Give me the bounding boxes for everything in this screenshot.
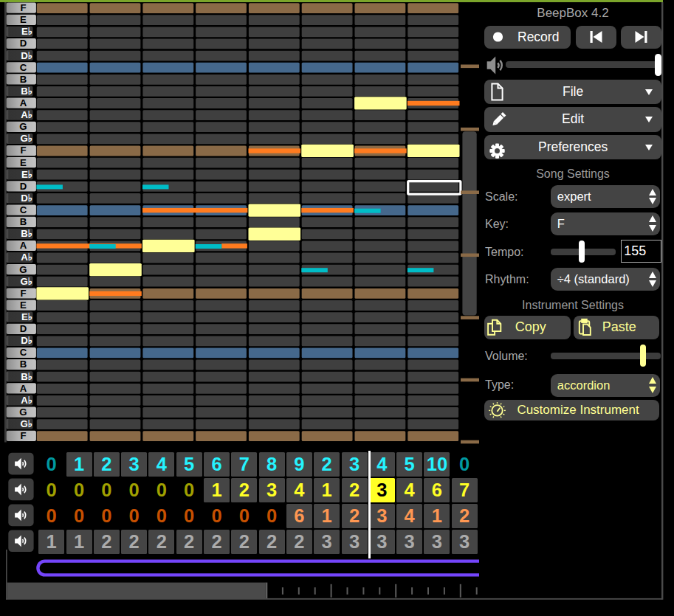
svg-text:D♭: D♭	[21, 193, 32, 204]
svg-text:G♭: G♭	[21, 133, 32, 144]
svg-text:E: E	[20, 157, 27, 168]
svg-text:B♭: B♭	[21, 371, 32, 382]
svg-text:G♭: G♭	[21, 276, 32, 287]
svg-text:F: F	[20, 2, 26, 13]
svg-text:B♭: B♭	[21, 86, 32, 97]
svg-text:A♭: A♭	[21, 109, 32, 120]
svg-text:D♭: D♭	[21, 50, 32, 61]
svg-text:E♭: E♭	[21, 311, 32, 322]
svg-text:A♭: A♭	[21, 395, 32, 406]
svg-text:B: B	[20, 359, 27, 370]
svg-text:E♭: E♭	[21, 26, 32, 37]
svg-text:A: A	[20, 97, 27, 108]
svg-text:G: G	[19, 406, 27, 418]
svg-text:D♭: D♭	[21, 335, 32, 346]
svg-text:F: F	[20, 145, 26, 156]
svg-text:E♭: E♭	[21, 169, 32, 180]
svg-text:A: A	[20, 240, 27, 251]
svg-text:D: D	[20, 38, 27, 49]
svg-text:G♭: G♭	[21, 418, 32, 429]
svg-text:Record: Record	[517, 30, 559, 44]
svg-text:C: C	[20, 62, 27, 73]
svg-text:C: C	[20, 347, 27, 358]
svg-text:A♭: A♭	[21, 252, 32, 263]
svg-text:G: G	[19, 264, 27, 275]
svg-text:F: F	[20, 288, 26, 299]
svg-text:D: D	[20, 181, 27, 192]
svg-text:A: A	[20, 383, 27, 394]
svg-text:G: G	[19, 121, 27, 132]
svg-text:B: B	[20, 216, 27, 227]
svg-text:B: B	[20, 74, 27, 85]
svg-text:D: D	[20, 323, 27, 334]
svg-text:F: F	[20, 430, 26, 441]
svg-text:C: C	[20, 204, 27, 215]
svg-text:E: E	[20, 14, 27, 25]
svg-text:B♭: B♭	[21, 228, 32, 239]
svg-text:E: E	[20, 300, 27, 311]
